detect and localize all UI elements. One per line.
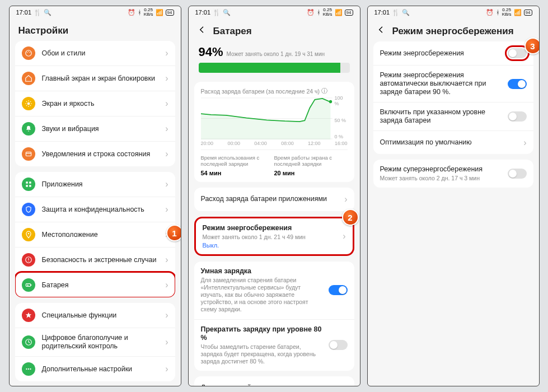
settings-row-homescreen[interactable]: Главный экран и экран блокировки› <box>15 66 175 91</box>
battery-icon <box>22 278 35 292</box>
settings-row-label: Местоположение <box>42 231 166 239</box>
home-icon <box>22 72 35 85</box>
stop-80-desc: Чтобы замедлить старение батареи, зарядк… <box>201 343 324 365</box>
usage-by-apps-row[interactable]: Расход заряда батареи приложениями › <box>194 188 354 211</box>
ps-default-opt-row[interactable]: Оптимизация по умолчанию› <box>373 130 533 154</box>
settings-row-label: Дополнительные настройки <box>42 365 166 374</box>
settings-row-wallpaper[interactable]: Обои и стили› <box>15 41 175 66</box>
alarm-icon: ⏰ <box>486 9 494 16</box>
star-icon <box>22 309 35 322</box>
svg-rect-13 <box>26 152 31 156</box>
svg-point-0 <box>25 50 31 57</box>
search-icon: 🔍 <box>402 9 410 16</box>
power-saving-state: Выкл. <box>203 242 343 249</box>
ps-enable-toggle[interactable] <box>508 48 527 58</box>
shield-icon <box>22 203 35 216</box>
settings-row-label: Батарея <box>42 281 166 290</box>
screen-power-saving: 17:01 🍴 🔍 ⏰ ᚼ 0.25KB/s 📶 94 Режим энерго… <box>367 6 540 386</box>
search-icon: 🔍 <box>44 9 51 16</box>
power-saving-sub: Может занять около 1 дн. 21 ч 49 мин <box>203 234 343 241</box>
back-icon[interactable] <box>377 25 386 37</box>
settings-row-location[interactable]: Местоположение› <box>15 222 175 247</box>
status-bar: 17:01 🍴 🔍 ⏰ ᚼ 0.25KB/s 📶 94 <box>10 6 181 18</box>
sun-icon <box>22 97 35 110</box>
svg-point-4 <box>27 102 30 105</box>
usage-stats: Время использования с последней зарядки … <box>201 150 348 176</box>
ps-default-opt-label: Оптимизация по умолчанию <box>380 138 524 147</box>
settings-row-wellbeing[interactable]: Цифровое благополучие и родительский кон… <box>15 328 175 356</box>
super-power-saving-row[interactable]: Режим суперэнергосбережения Может занять… <box>373 160 533 188</box>
ps-enable-at-label: Включить при указанном уровне заряда бат… <box>380 108 508 125</box>
chevron-right-icon: › <box>165 364 168 374</box>
bell-icon <box>22 122 35 136</box>
svg-line-10 <box>30 105 30 106</box>
ps-enable-at-toggle[interactable] <box>508 111 527 122</box>
power-saving-content[interactable]: Режим энергосбереженияРежим энергосбереж… <box>368 41 539 386</box>
ps-enable-row[interactable]: Режим энергосбережения <box>373 41 533 65</box>
status-bar: 17:01 🍴 🔍 ⏰ ᚼ 0.25KB/s 📶 94 <box>189 6 360 18</box>
chevron-right-icon: › <box>165 179 168 189</box>
settings-row-privacy[interactable]: Защита и конфиденциальность› <box>15 197 175 222</box>
stop-80-toggle[interactable] <box>329 340 348 350</box>
status-bar: 17:01 🍴 🔍 ⏰ ᚼ 0.25KB/s 📶 94 <box>368 6 539 18</box>
callout-1: 1 <box>166 225 181 241</box>
usage-graph-card[interactable]: Расход заряда батареи (за последние 24 ч… <box>194 82 354 182</box>
alarm-icon: ⏰ <box>307 9 315 16</box>
battery-bar <box>199 63 350 73</box>
power-saving-row[interactable]: Режим энергосбережения Может занять окол… <box>194 217 354 256</box>
svg-line-9 <box>26 101 26 102</box>
usage-by-apps-label: Расход заряда батареи приложениями <box>201 195 345 203</box>
ps-enable-at-row[interactable]: Включить при указанном уровне заряда бат… <box>373 102 533 130</box>
settings-row-label: Главный экран и экран блокировки <box>42 74 166 83</box>
back-icon[interactable] <box>198 25 207 37</box>
bluetooth-icon: ᚼ <box>138 9 142 16</box>
alarm-icon: ⏰ <box>128 9 135 16</box>
alert-icon <box>22 253 35 267</box>
header: Режим энергосбережения <box>368 18 539 41</box>
chevron-right-icon: › <box>165 337 168 347</box>
chevron-right-icon: › <box>165 48 168 58</box>
svg-point-2 <box>28 51 29 52</box>
chevron-right-icon: › <box>165 99 168 109</box>
chevron-right-icon: › <box>344 194 347 204</box>
settings-row-display[interactable]: Экран и яркость› <box>15 91 175 116</box>
settings-row-label: Обои и стили <box>42 49 166 58</box>
usage-graph <box>201 97 332 139</box>
search-icon: 🔍 <box>223 9 231 16</box>
net-speed: 0.25KB/s <box>502 8 512 17</box>
ps-auto-off-row[interactable]: Режим энергосбережения автоматически вык… <box>373 65 533 102</box>
callout-2: 2 <box>342 209 359 226</box>
settings-list[interactable]: Обои и стили›Главный экран и экран блоки… <box>10 41 181 386</box>
smart-charging-toggle[interactable] <box>329 285 348 295</box>
settings-row-safety[interactable]: Безопасность и экстренные случаи› <box>15 247 175 272</box>
settings-row-special[interactable]: Специальные функции› <box>15 303 175 328</box>
settings-row-label: Звуки и вибрация <box>42 125 166 133</box>
ps-auto-off-toggle[interactable] <box>508 79 527 89</box>
super-ps-toggle[interactable] <box>508 169 527 179</box>
status-time: 17:01 <box>16 9 32 16</box>
svg-line-12 <box>26 105 26 106</box>
settings-row-notifications[interactable]: Уведомления и строка состояния› <box>15 141 175 166</box>
svg-rect-17 <box>26 185 28 187</box>
stop-at-80-row[interactable]: Прекратить зарядку при уровне 80 % Чтобы… <box>194 319 354 371</box>
settings-row-additional[interactable]: Дополнительные настройки› <box>15 356 175 381</box>
fork-icon: 🍴 <box>392 9 400 16</box>
notif-icon <box>22 147 35 161</box>
info-icon[interactable]: ⓘ <box>321 87 327 95</box>
bluetooth-icon: ᚼ <box>317 9 321 16</box>
settings-row-battery[interactable]: Батарея› <box>15 272 175 297</box>
battery-content[interactable]: 94% Может занять около 1 дн. 19 ч 31 мин… <box>189 41 360 386</box>
chevron-right-icon: › <box>165 280 168 290</box>
fork-icon: 🍴 <box>34 9 41 16</box>
smart-charging-row[interactable]: Умная зарядка Для замедления старения ба… <box>194 262 354 319</box>
settings-row-label: Приложения <box>42 180 166 189</box>
chevron-right-icon: › <box>165 149 168 159</box>
settings-row-apps[interactable]: Приложения› <box>15 172 175 197</box>
settings-row-sound[interactable]: Звуки и вибрация› <box>15 116 175 141</box>
settings-row-label: Уведомления и строка состояния <box>42 150 166 158</box>
svg-point-22 <box>28 261 29 262</box>
other-settings-row[interactable]: Другие настройки › <box>194 376 354 386</box>
chevron-right-icon: › <box>165 310 168 320</box>
page-title: Настройки <box>10 18 181 41</box>
settings-row-label: Специальные функции <box>42 311 166 320</box>
